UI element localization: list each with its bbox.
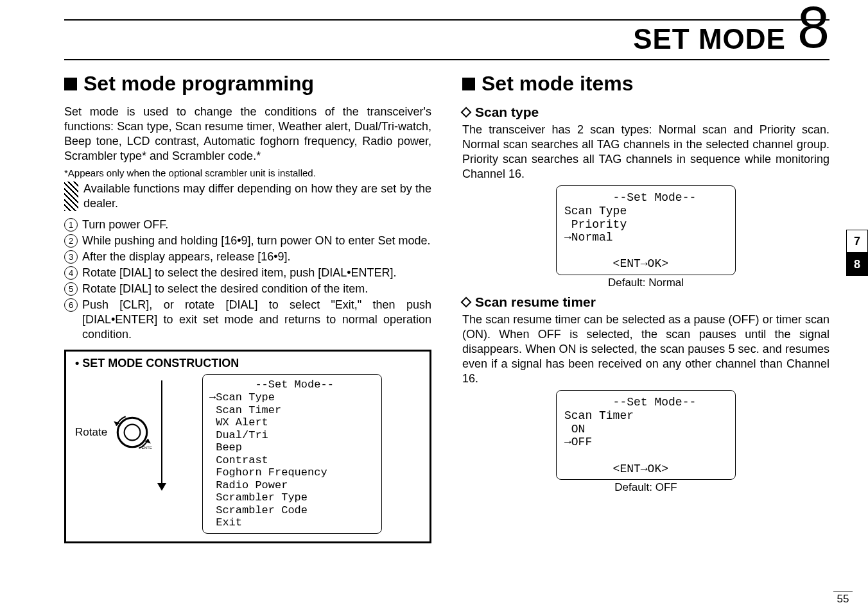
lcd-item-6: Foghorn Frequency [209,466,327,479]
left-column: Set mode programming Set mode is used to… [64,72,431,543]
lcd-item-7: Radio Power [209,479,288,491]
lcd-item-1: Scan Timer [209,404,281,416]
scan-type-lcd: --Set Mode-- Scan Type Priority →Normal … [556,185,736,275]
lcd-header: --Set Mode-- [209,378,334,391]
lcd-bottom: <ENT→OK> [564,257,727,271]
heading-text: Set mode items [482,72,634,96]
rotate-label: Rotate [75,426,107,439]
lcd-item-4: Beep [209,441,242,454]
lcd-item-3: Dual/Tri [209,429,268,441]
lcd-item-0: →Scan Type [209,391,275,404]
step-4: Rotate [DIAL] to select the desired item… [64,266,431,280]
page-header: SET MODE 8 [64,23,829,60]
right-column: Set mode items Scan type The transceiver… [462,72,829,543]
dealer-note: Available functions may differ depending… [64,182,431,211]
subheading-text: Scan resume timer [475,294,596,310]
scrambler-note: *Appears only when the optional scramble… [64,167,431,179]
set-mode-construction: • SET MODE CONSTRUCTION Rotate ENTER [64,350,431,543]
construction-lcd: --Set Mode-- →Scan Type Scan Timer WX Al… [202,374,382,534]
step-5: Rotate [DIAL] to select the desired cond… [64,282,431,296]
scan-timer-default: Default: OFF [462,481,829,494]
set-mode-programming-heading: Set mode programming [64,72,431,96]
lcd-item-9: Scrambler Code [209,504,308,516]
lcd-bottom: <ENT→OK> [564,463,727,476]
tab-7: 7 [846,230,868,253]
scan-type-default: Default: Normal [462,276,829,289]
lcd-item-8: Scrambler Type [209,491,308,504]
lcd-top: --Set Mode-- Scan Type Priority →Normal [564,191,727,244]
lcd-item-5: Contrast [209,454,268,466]
scan-timer-lcd: --Set Mode-- Scan Timer ON →OFF <ENT→OK> [556,390,736,480]
scan-type-heading: Scan type [462,105,829,120]
step-6: Push [CLR], or rotate [DIAL] to select "… [64,298,431,342]
tab-8: 8 [846,253,868,276]
down-arrow-icon [157,380,166,491]
lcd-top: --Set Mode-- Scan Timer ON →OFF [564,396,727,449]
steps-list: Turn power OFF. While pushing and holdin… [64,217,431,342]
lcd-item-2: WX Alert [209,416,268,429]
header-title: SET MODE [633,23,786,55]
construction-title: • SET MODE CONSTRUCTION [75,357,421,370]
page-number: 55 [833,591,853,606]
heading-text: Set mode programming [83,72,314,96]
svg-text:ENTER: ENTER [142,445,153,450]
chapter-number: 8 [797,8,829,48]
hatch-icon [64,182,78,211]
step-1: Turn power OFF. [64,217,431,232]
scan-resume-text: The scan resume timer can be selected as… [462,312,829,386]
scan-type-text: The transceiver has 2 scan types: Normal… [462,123,829,182]
subheading-text: Scan type [475,105,539,120]
step-3: After the display appears, release [16•9… [64,250,431,264]
dial-diagram: Rotate ENTER [75,374,191,491]
svg-point-1 [125,425,141,441]
intro-paragraph: Set mode is used to change the condition… [64,105,431,164]
svg-point-0 [117,418,146,447]
scan-resume-heading: Scan resume timer [462,294,829,310]
dial-icon: ENTER [112,412,152,452]
step-2: While pushing and holding [16•9], turn p… [64,234,431,248]
section-tabs: 7 8 [846,230,868,276]
set-mode-items-heading: Set mode items [462,72,829,96]
dealer-note-text: Available functions may differ depending… [83,182,431,211]
lcd-item-10: Exit [209,516,242,529]
